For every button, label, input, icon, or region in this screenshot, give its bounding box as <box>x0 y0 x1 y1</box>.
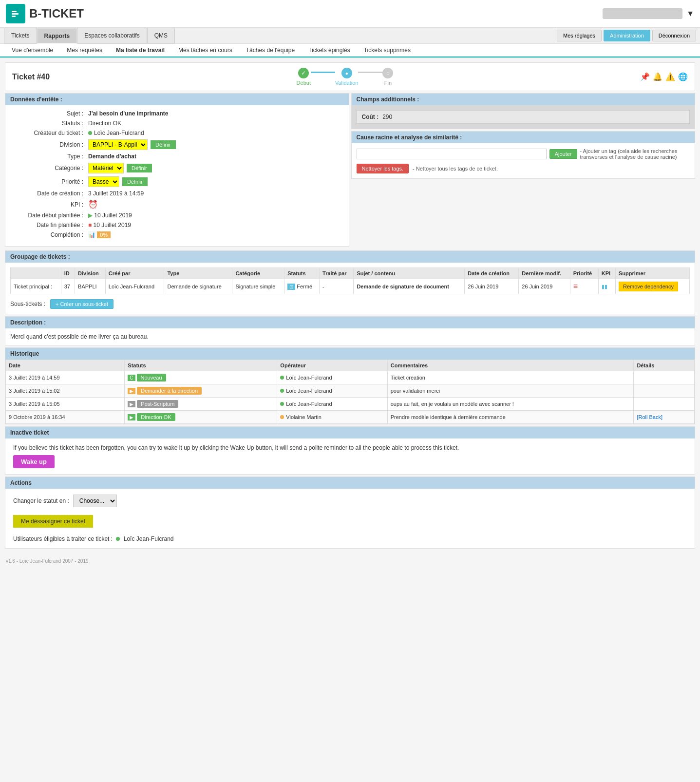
division-cell: BAPPLI <box>75 279 106 294</box>
deassign-button[interactable]: Me déssasigner ce ticket <box>13 515 93 528</box>
table-row: Ticket principal : 37 BAPPLI Loïc Jean-F… <box>11 279 690 294</box>
hist-date-2: 3 Juillet 2019 à 15:02 <box>6 384 125 398</box>
ajouter-tag-button[interactable]: Ajouter <box>549 149 577 159</box>
kpi-label: KPI : <box>10 201 88 208</box>
nav-item-espaces[interactable]: Espaces collaboratifs <box>77 28 147 43</box>
step-fin-label: Fin <box>384 80 392 86</box>
description-text: Merci quand c'est possible de me livrer … <box>10 333 690 340</box>
step-validation: ● Validation <box>335 68 359 86</box>
creer-sous-ticket-button[interactable]: + Créer un sous-ticket <box>50 299 114 309</box>
categorie-select[interactable]: Matériel <box>88 163 124 173</box>
actions-body: Changer le statut en : Choose... Me déss… <box>5 489 695 548</box>
type-cell: Demande de signature <box>164 279 232 294</box>
tag-input[interactable] <box>357 149 547 159</box>
deconnexion-button[interactable]: Déconnexion <box>652 30 696 41</box>
nettoyer-tags-button[interactable]: Nettoyer les tags. <box>357 164 409 173</box>
subnav-tickets-epingles[interactable]: Tickets épinglés <box>303 44 356 57</box>
chart-icon: 📊 <box>88 231 95 238</box>
hist-comment-4: Prendre modèle identique à dernière comm… <box>387 411 634 424</box>
priorite-select[interactable]: Basse <box>88 176 119 187</box>
cree-par-cell: Loïc Jean-Fulcrand <box>105 279 164 294</box>
date-debut-value: ▶ 10 Juillet 2019 <box>88 212 344 219</box>
date-debut-icon: ▶ <box>88 212 94 219</box>
statut-choose-select[interactable]: Choose... <box>73 495 117 507</box>
filter-icon[interactable]: ▼ <box>686 9 694 18</box>
hist-th-commentaires: Commentaires <box>387 360 634 371</box>
changer-statut-row: Changer le statut en : Choose... <box>13 495 687 507</box>
date-creation-cell: 26 Juin 2019 <box>465 279 519 294</box>
warning-icon[interactable]: ⚠️ <box>665 72 675 81</box>
division-select[interactable]: BAPPLI - B-Appli <box>88 139 148 150</box>
hist-comment-2: pour validation merci <box>387 384 634 398</box>
categorie-define-button[interactable]: Définir <box>127 164 152 172</box>
subnav-mes-requetes[interactable]: Mes requêtes <box>61 44 108 57</box>
hist-details-2 <box>634 384 695 398</box>
supprimer-cell: Remove dependency <box>615 279 689 294</box>
hist-statut-badge-2: Demander à la direction <box>137 387 202 395</box>
categorie-cell: Signature simple <box>232 279 284 294</box>
eligible-dot <box>116 535 123 542</box>
sujet-row: Sujet : J'ai besoin d'une imprimante <box>10 110 344 117</box>
champs-additionnels-section: Champs additionnels : Coût : 290 <box>351 93 696 129</box>
logo-icon <box>6 4 25 23</box>
pin-icon[interactable]: 📌 <box>640 72 650 81</box>
ajouter-hint: - Ajouter un tag (cela aide les recherch… <box>580 148 690 160</box>
statuts-icon: ⊡ <box>287 284 295 290</box>
search-input[interactable] <box>603 8 682 19</box>
footer: v1.6 - Loïc Jean-Fulcrand 2007 - 2019 <box>0 555 700 567</box>
categorie-value: Matériel Définir <box>88 163 344 173</box>
hist-comment-3: oups au fait, en je voulais un modèle av… <box>387 398 634 411</box>
division-define-button[interactable]: Définir <box>151 140 176 149</box>
svg-rect-2 <box>12 13 19 15</box>
hist-details-1 <box>634 371 695 384</box>
hist-op-1: Loïc Jean-Fulcrand <box>277 371 387 384</box>
th-ticket-principal <box>11 268 61 279</box>
priorite-label: Priorité : <box>10 178 88 185</box>
nav-item-tickets[interactable]: Tickets <box>4 28 37 43</box>
donnees-entete-header: Données d'entête : <box>5 94 349 105</box>
subnav-ma-liste-travail[interactable]: Ma liste de travail <box>110 44 170 57</box>
step-line-2 <box>358 72 382 73</box>
hist-comment-1: Ticket creation <box>387 371 634 384</box>
priorite-define-button[interactable]: Définir <box>122 177 148 186</box>
subnav-tickets-supprimes[interactable]: Tickets supprimés <box>358 44 416 57</box>
date-fin-label: Date fin planifiée : <box>10 222 88 229</box>
administration-button[interactable]: Administration <box>604 30 650 41</box>
nav-item-rapports[interactable]: Rapports <box>37 28 77 44</box>
donnees-entete-body: Sujet : J'ai besoin d'une imprimante Sta… <box>5 105 349 246</box>
inactive-ticket-section: Inactive ticket If you believe this tick… <box>5 426 695 475</box>
th-derniere-modif: Dernière modif. <box>519 268 570 279</box>
groupage-table-header-row: ID Division Créé par Type Catégorie Stat… <box>11 268 690 279</box>
subnav-vue-ensemble[interactable]: Vue d'ensemble <box>6 44 59 57</box>
remove-dependency-button[interactable]: Remove dependency <box>619 282 678 291</box>
eligible-label: Utilisateurs éligibles à traiter ce tick… <box>13 535 113 542</box>
subnav-taches-equipe[interactable]: Tâches de l'équipe <box>240 44 301 57</box>
app-header: B-TICKET ▼ <box>0 0 700 28</box>
historique-header-row: Date Statuts Opérateur Commentaires Déta… <box>6 360 695 371</box>
clear-row: Nettoyer les tags. - Nettoyer tous les t… <box>357 164 690 173</box>
subnav-mes-taches[interactable]: Mes tâches en cours <box>172 44 238 57</box>
traite-par-cell: - <box>320 279 354 294</box>
categorie-row: Catégorie : Matériel Définir <box>10 163 344 173</box>
cause-racine-section: Cause racine et analyse de similarité : … <box>351 131 696 179</box>
logo: B-TICKET <box>6 4 84 23</box>
two-col-section: Données d'entête : Sujet : J'ai besoin d… <box>5 93 695 248</box>
hist-statut-badge-4: Direction OK <box>137 413 175 421</box>
priorite-row: Priorité : Basse Définir <box>10 176 344 187</box>
wake-up-button[interactable]: Wake up <box>13 455 55 468</box>
type-value: Demande d'achat <box>88 153 344 160</box>
globe-icon[interactable]: 🌐 <box>678 72 688 81</box>
svg-rect-1 <box>12 11 17 12</box>
champs-additionnels-header: Champs additionnels : <box>352 94 695 105</box>
th-kpi: KPI <box>598 268 615 279</box>
historique-body: Date Statuts Opérateur Commentaires Déta… <box>5 360 695 424</box>
description-section: Description : Merci quand c'est possible… <box>5 316 695 345</box>
historique-table: Date Statuts Opérateur Commentaires Déta… <box>5 360 695 424</box>
bell-icon[interactable]: 🔔 <box>653 72 662 81</box>
completion-label: Complétion : <box>10 231 88 238</box>
statuts-cell: ⊡ Fermé <box>284 279 320 294</box>
mes-reglages-button[interactable]: Mes réglages <box>557 30 602 41</box>
inactive-ticket-header: Inactive ticket <box>5 427 695 439</box>
nav-item-qms[interactable]: QMS <box>147 28 175 43</box>
hist-statut-3: ▶ Post-Scriptum <box>125 398 277 411</box>
